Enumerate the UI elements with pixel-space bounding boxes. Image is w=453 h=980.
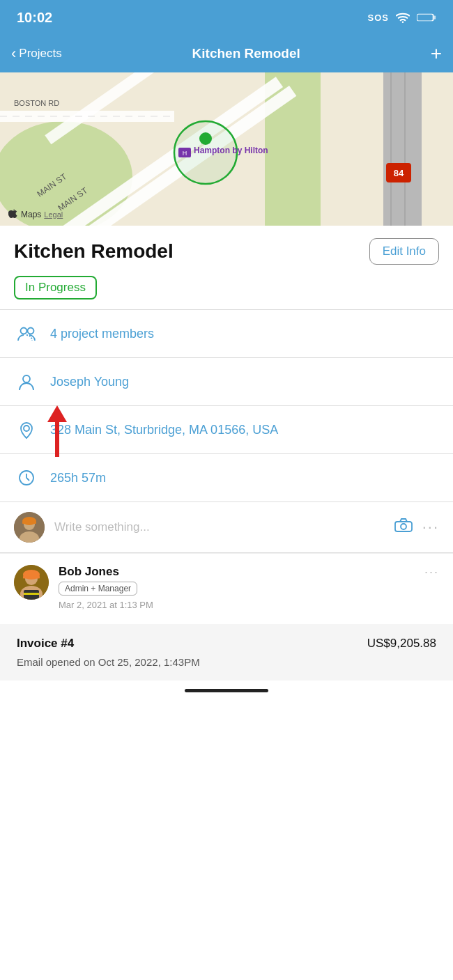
- back-label: Projects: [19, 47, 61, 61]
- duration-row[interactable]: 265h 57m: [0, 454, 453, 501]
- svg-point-22: [28, 328, 34, 334]
- members-icon: [14, 321, 39, 346]
- back-chevron-icon: ‹: [11, 46, 16, 61]
- members-row[interactable]: 4 project members: [0, 310, 453, 357]
- duration-text: 265h 57m: [50, 471, 106, 485]
- post-date: Mar 2, 2021 at 1:13 PM: [59, 600, 415, 610]
- svg-point-21: [21, 328, 27, 334]
- back-button[interactable]: ‹ Projects: [11, 46, 62, 61]
- post-author-name: Bob Jones: [59, 565, 415, 579]
- post-card: Bob Jones Admin + Manager Mar 2, 2021 at…: [0, 553, 453, 621]
- svg-rect-9: [383, 72, 422, 226]
- status-time: 10:02: [17, 10, 52, 26]
- camera-icon: [394, 518, 413, 532]
- add-button[interactable]: +: [431, 44, 442, 63]
- people-icon: [17, 324, 36, 343]
- bob-jones-avatar: [14, 565, 49, 600]
- highway-badge: 84: [386, 163, 411, 182]
- members-text: 4 project members: [50, 327, 154, 341]
- status-row: In Progress: [0, 272, 453, 309]
- boston-rd-label: BOSTON RD: [14, 99, 59, 107]
- comment-placeholder[interactable]: Write something...: [54, 520, 385, 534]
- invoice-amount: US$9,205.88: [367, 637, 436, 651]
- svg-point-0: [402, 21, 404, 23]
- wifi-icon: [396, 12, 410, 23]
- home-indicator: [0, 680, 453, 698]
- person-icon: [17, 372, 36, 391]
- map-view[interactable]: H BOSTON RD MAIN ST MAIN ST Hampton by H…: [0, 72, 453, 226]
- pin-icon: [17, 420, 36, 440]
- battery-icon: [417, 12, 436, 23]
- user-avatar-img: [14, 512, 45, 543]
- clock-icon: [14, 465, 39, 490]
- svg-point-23: [23, 375, 30, 382]
- location-icon: [14, 417, 39, 442]
- svg-rect-3: [434, 15, 436, 19]
- invoice-card[interactable]: Invoice #4 US$9,205.88 Email opened on O…: [0, 624, 453, 680]
- project-title: Kitchen Remodel: [14, 240, 174, 263]
- svg-point-29: [22, 517, 36, 525]
- status-icons: SOS: [368, 12, 436, 23]
- post-more-button[interactable]: ···: [424, 565, 439, 580]
- clock-svg: [17, 468, 36, 488]
- status-badge: In Progress: [14, 276, 97, 300]
- nav-bar: ‹ Projects Kitchen Remodel +: [0, 35, 453, 72]
- apple-icon: [8, 209, 18, 220]
- camera-button[interactable]: [394, 518, 413, 536]
- svg-rect-30: [22, 522, 36, 524]
- home-bar: [185, 689, 268, 692]
- user-avatar: [14, 512, 45, 543]
- contact-icon: [14, 369, 39, 394]
- address-row[interactable]: 328 Main St, Sturbridge, MA 01566, USA: [0, 406, 453, 453]
- svg-rect-11: [404, 72, 406, 226]
- invoice-status: Email opened on Oct 25, 2022, 1:43PM: [17, 656, 436, 668]
- contact-text: Joseph Young: [50, 375, 129, 389]
- post-content: Bob Jones Admin + Manager Mar 2, 2021 at…: [59, 565, 415, 610]
- duration-section: 265h 57m: [0, 454, 453, 501]
- legal-label: Legal: [44, 210, 63, 219]
- invoice-number: Invoice #4: [17, 637, 74, 651]
- status-bar: 10:02 SOS: [0, 0, 453, 35]
- address-text: 328 Main St, Sturbridge, MA 01566, USA: [50, 423, 278, 437]
- apple-maps-logo: Maps Legal: [8, 209, 63, 220]
- svg-text:H: H: [183, 150, 187, 157]
- edit-info-button[interactable]: Edit Info: [369, 238, 439, 265]
- sos-label: SOS: [368, 13, 389, 23]
- project-content: Kitchen Remodel Edit Info In Progress 4 …: [0, 226, 453, 680]
- svg-rect-31: [395, 522, 412, 531]
- post-role-badge: Admin + Manager: [59, 582, 137, 596]
- svg-rect-10: [390, 72, 392, 226]
- svg-rect-2: [417, 15, 433, 21]
- maps-label: Maps: [21, 210, 41, 219]
- post-author-avatar: [14, 565, 49, 600]
- comment-input-row: Write something... ···: [0, 502, 453, 552]
- contact-row[interactable]: Joseph Young: [0, 358, 453, 405]
- svg-point-32: [401, 524, 406, 529]
- more-options-button[interactable]: ···: [422, 518, 439, 536]
- project-title-row: Kitchen Remodel Edit Info: [0, 226, 453, 272]
- svg-rect-37: [23, 576, 40, 579]
- invoice-top-row: Invoice #4 US$9,205.88: [17, 637, 436, 651]
- svg-point-18: [199, 132, 212, 145]
- red-arrow-indicator: [47, 405, 67, 457]
- nav-title: Kitchen Remodel: [192, 46, 300, 61]
- svg-rect-39: [24, 593, 39, 595]
- svg-point-24: [24, 426, 29, 431]
